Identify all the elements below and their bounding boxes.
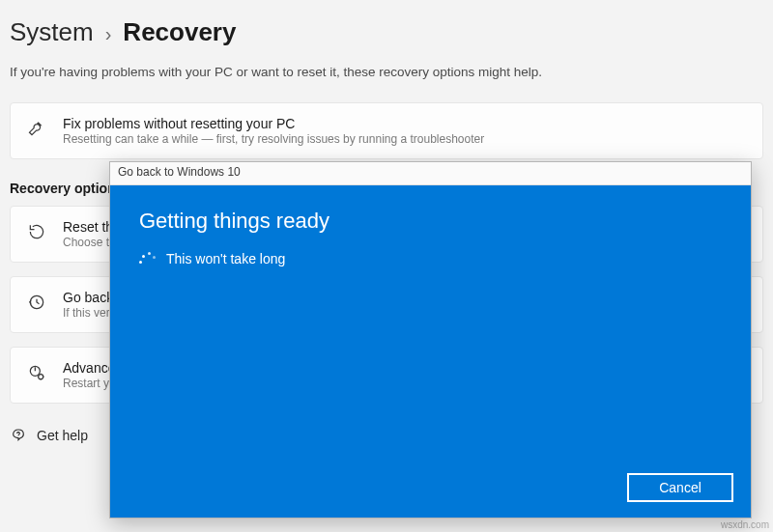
get-help-label: Get help — [37, 428, 88, 443]
fix-problems-card[interactable]: Fix problems without resetting your PC R… — [10, 102, 763, 159]
fix-problems-title: Fix problems without resetting your PC — [63, 116, 747, 131]
reset-icon — [26, 221, 47, 242]
breadcrumb-parent[interactable]: System — [10, 17, 94, 47]
chevron-right-icon: › — [105, 23, 112, 45]
go-back-dialog: Go back to Windows 10 Getting things rea… — [109, 161, 752, 518]
dialog-body: Getting things ready This won't take lon… — [110, 185, 751, 518]
dialog-progress-row: This won't take long — [139, 251, 722, 266]
history-icon — [26, 292, 47, 313]
dialog-titlebar[interactable]: Go back to Windows 10 — [110, 162, 751, 185]
dialog-heading: Getting things ready — [139, 209, 722, 234]
svg-point-2 — [39, 375, 43, 379]
fix-problems-desc: Resetting can take a while — first, try … — [63, 132, 747, 146]
wrench-icon — [26, 118, 47, 139]
watermark: wsxdn.com — [721, 519, 769, 530]
help-icon — [10, 427, 27, 444]
power-gear-icon — [26, 362, 47, 383]
breadcrumb-current: Recovery — [123, 17, 236, 47]
spinner-icon — [139, 251, 155, 266]
breadcrumb: System › Recovery — [0, 0, 773, 55]
dialog-message: This won't take long — [166, 251, 285, 266]
cancel-button[interactable]: Cancel — [627, 473, 733, 502]
page-subtitle: If you're having problems with your PC o… — [0, 55, 773, 102]
